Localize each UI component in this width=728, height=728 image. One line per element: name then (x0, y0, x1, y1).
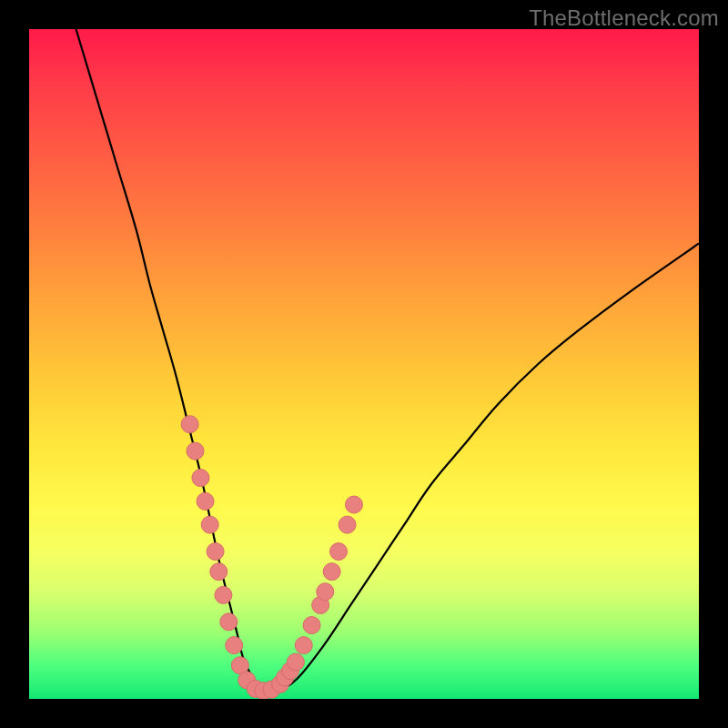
bottleneck-curve-path (76, 29, 699, 693)
marker-dot (207, 543, 224, 561)
plot-area (29, 29, 699, 699)
bottleneck-curve-svg (29, 29, 699, 699)
marker-dot (192, 470, 209, 487)
marker-dot (303, 617, 320, 634)
marker-dot (187, 442, 204, 460)
outer-frame: TheBottleneck.com (0, 0, 728, 728)
marker-dot (215, 586, 232, 603)
marker-dot (287, 653, 304, 671)
marker-dot (210, 563, 228, 581)
marker-dots-group (181, 416, 362, 699)
marker-dot (220, 613, 238, 631)
marker-dot (339, 516, 356, 533)
marker-dot (330, 543, 348, 561)
watermark-text: TheBottleneck.com (529, 5, 719, 31)
marker-dot (323, 563, 340, 581)
marker-dot (317, 583, 334, 601)
marker-dot (201, 516, 218, 533)
marker-dot (226, 637, 243, 654)
marker-dot (295, 637, 312, 654)
marker-dot (345, 496, 362, 513)
marker-dot (181, 416, 198, 433)
marker-dot (197, 492, 214, 510)
